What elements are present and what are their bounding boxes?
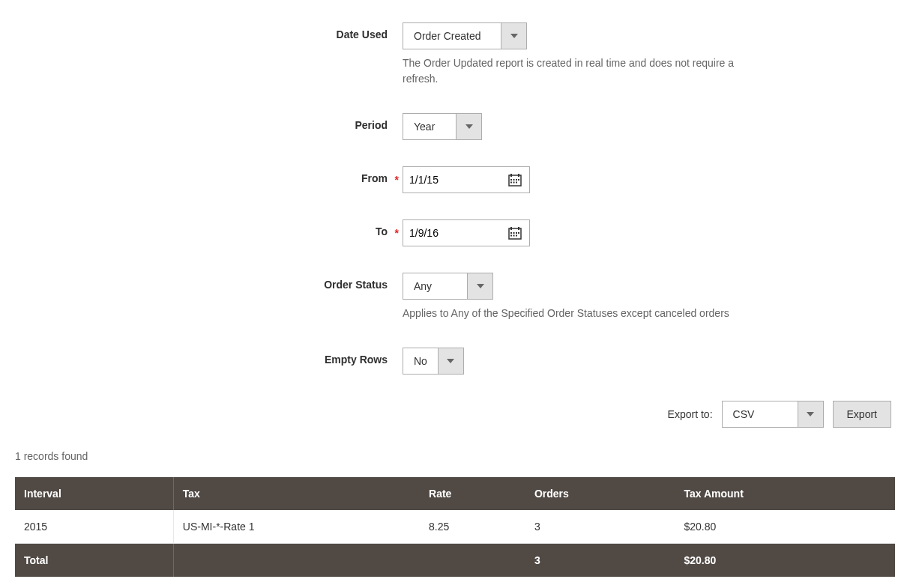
svg-rect-6	[518, 179, 519, 181]
order-status-row: Order Status Any Applies to Any of the S…	[118, 273, 792, 321]
date-used-value: Order Created	[403, 23, 501, 49]
svg-rect-15	[516, 232, 517, 234]
chevron-down-icon[interactable]	[467, 273, 492, 299]
svg-rect-14	[513, 232, 515, 234]
export-button[interactable]: Export	[833, 401, 891, 428]
svg-rect-19	[516, 235, 517, 237]
svg-rect-2	[518, 174, 519, 177]
from-row: From *	[118, 166, 792, 193]
total-orders: 3	[525, 544, 675, 578]
cell-interval: 2015	[15, 510, 173, 544]
svg-rect-9	[516, 182, 517, 184]
date-used-help: The Order Updated report is created in r…	[403, 55, 762, 87]
empty-rows-value: No	[403, 348, 438, 374]
export-label: Export to:	[668, 408, 713, 420]
to-date-field[interactable]	[403, 219, 530, 246]
from-date-input[interactable]	[403, 167, 501, 193]
chevron-down-icon[interactable]	[501, 23, 526, 49]
order-status-help: Applies to Any of the Specified Order St…	[403, 306, 762, 321]
order-status-value: Any	[403, 273, 467, 299]
col-orders-header[interactable]: Orders	[525, 477, 675, 510]
svg-rect-4	[513, 179, 515, 181]
total-label: Total	[15, 544, 173, 578]
cell-taxamount: $20.80	[675, 510, 895, 544]
col-interval-header[interactable]: Interval	[15, 477, 173, 510]
empty-rows-row: Empty Rows No	[118, 348, 792, 375]
svg-rect-12	[518, 227, 519, 230]
svg-rect-11	[510, 227, 512, 230]
date-used-select[interactable]: Order Created	[403, 22, 527, 49]
to-row: To *	[118, 219, 792, 246]
svg-rect-5	[516, 179, 517, 181]
total-row: Total 3 $20.80	[15, 544, 895, 578]
svg-rect-17	[510, 235, 512, 237]
required-asterisk: *	[395, 227, 399, 239]
empty-rows-label: Empty Rows	[118, 348, 403, 366]
col-rate-header[interactable]: Rate	[420, 477, 525, 510]
required-asterisk: *	[395, 174, 399, 186]
period-value: Year	[403, 114, 456, 139]
svg-rect-1	[510, 174, 512, 177]
calendar-icon[interactable]	[501, 173, 529, 187]
svg-rect-7	[510, 182, 512, 184]
order-status-select[interactable]: Any	[403, 273, 493, 300]
chevron-down-icon[interactable]	[456, 114, 481, 139]
order-status-label: Order Status	[118, 273, 403, 291]
cell-orders: 3	[525, 510, 675, 544]
from-date-field[interactable]	[403, 166, 530, 193]
report-table: Interval Tax Rate Orders Tax Amount 2015…	[15, 477, 895, 577]
period-label: Period	[118, 113, 403, 131]
cell-rate: 8.25	[420, 510, 525, 544]
table-row: 2015 US-MI-*-Rate 1 8.25 3 $20.80	[15, 510, 895, 544]
svg-rect-16	[518, 232, 519, 234]
total-taxamount: $20.80	[675, 544, 895, 578]
from-label: From *	[118, 166, 403, 184]
export-format-value: CSV	[723, 401, 798, 427]
to-date-input[interactable]	[403, 220, 501, 246]
svg-rect-18	[513, 235, 515, 237]
col-taxamount-header[interactable]: Tax Amount	[675, 477, 895, 510]
col-tax-header[interactable]: Tax	[173, 477, 420, 510]
calendar-icon[interactable]	[501, 226, 529, 240]
records-found-text: 1 records found	[15, 450, 895, 462]
empty-rows-select[interactable]: No	[403, 348, 464, 375]
date-used-row: Date Used Order Created The Order Update…	[118, 22, 792, 87]
date-used-label: Date Used	[118, 22, 403, 40]
svg-rect-13	[510, 232, 512, 234]
to-label: To *	[118, 219, 403, 237]
svg-rect-3	[510, 179, 512, 181]
period-row: Period Year	[118, 113, 792, 140]
export-format-select[interactable]: CSV	[722, 401, 824, 428]
svg-rect-8	[513, 182, 515, 184]
chevron-down-icon[interactable]	[798, 401, 823, 427]
chevron-down-icon[interactable]	[438, 348, 463, 374]
period-select[interactable]: Year	[403, 113, 482, 140]
export-row: Export to: CSV Export	[15, 401, 895, 428]
cell-tax: US-MI-*-Rate 1	[173, 510, 420, 544]
